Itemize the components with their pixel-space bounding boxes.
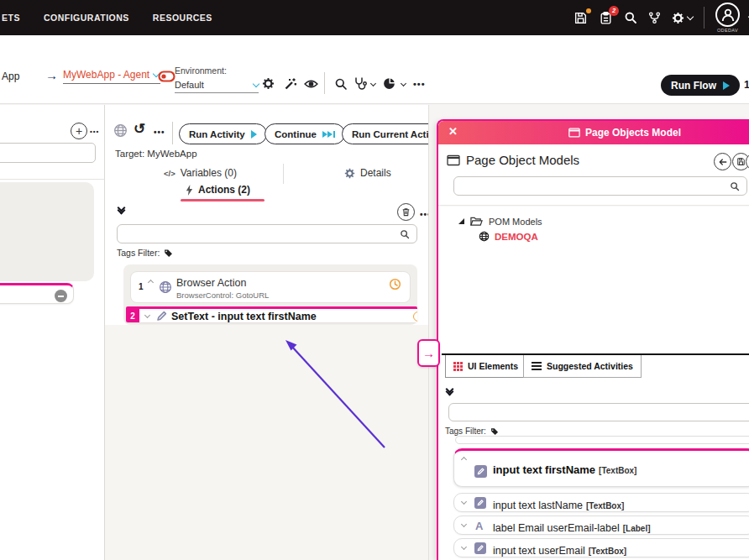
topbar-divider [704,7,704,29]
back-button[interactable] [714,153,731,170]
action-row-browser-action[interactable]: 1 Browser Action BrowserControl: GotoURL [130,271,411,303]
tab-divider [283,164,284,184]
action-row-settext-selected[interactable]: 2 SetText - input text firstName [126,306,417,322]
environment-select[interactable]: Default [175,80,259,93]
gear-icon [344,168,355,179]
element-row-email-label[interactable]: A label Email userEmail-label[Label] [453,516,749,535]
selected-flow-item[interactable] [0,283,74,304]
diagnostics-chevron-icon [370,81,376,86]
continue-button[interactable]: Continue [265,123,345,144]
tags-filter[interactable]: Tags Filter: [117,248,173,258]
diagnostics-icon[interactable] [354,76,367,90]
chevron-up-icon[interactable] [461,457,467,463]
tasks-icon[interactable]: 2 [599,11,613,25]
window-icon [568,128,580,138]
flow-canvas [105,325,429,560]
avatar [715,3,740,27]
element-row-partial[interactable] [455,436,749,444]
tab-details[interactable]: Details [344,167,391,179]
clock-icon [413,311,417,322]
code-icon: </> [164,169,175,178]
gear-icon[interactable] [262,77,275,90]
delete-button[interactable] [397,203,415,221]
add-button[interactable]: + [71,123,87,139]
caret-expanded-icon[interactable] [458,218,464,224]
element-row-useremail[interactable]: input text userEmail[TextBox] [453,538,749,557]
pom-titlebar[interactable]: ✕ Page Objects Model [438,121,749,144]
page-objects-model-window: ✕ Page Objects Model Page Object Models [437,119,749,560]
activity-more-icon[interactable]: ••• [154,128,165,137]
flow-group [0,182,94,281]
element-row-lastname[interactable]: input text lastName[TextBox] [453,493,749,512]
arrow-right-icon: → [422,346,435,360]
elements-search [448,403,749,421]
actions-list: 1 Browser Action BrowserControl: GotoURL… [123,264,417,325]
tree-node-pom-models[interactable]: POM Models [458,216,542,227]
tab-actions[interactable]: Actions (2) [185,184,250,196]
action-title: SetText - input text firstName [171,311,317,322]
folder-open-icon [470,216,483,227]
pom-window-title: Page Objects Model [568,127,681,139]
tag-icon [490,427,499,436]
chevron-up-icon[interactable] [148,280,154,285]
app-breadcrumb-label: App [2,71,19,82]
save-badge-dot [586,8,591,13]
fast-forward-icon [322,131,335,138]
magic-wand-icon[interactable] [284,77,297,91]
panel-expand-handle[interactable]: → [417,339,440,367]
pom-search-input[interactable] [454,177,730,195]
settings-icon[interactable] [672,12,693,24]
tab-variables[interactable]: </> Variables (0) [164,167,237,179]
eye-icon[interactable] [304,79,318,89]
textbox-icon [474,497,486,509]
run-flow-button[interactable]: Run Flow [661,75,740,96]
nav-item-ets[interactable]: ETS [2,13,20,23]
tab-ui-elements[interactable]: UI Elements [445,355,526,378]
toolbar-more-icon[interactable]: ••• [413,79,426,89]
pie-chevron-icon [401,81,406,86]
chevron-down-icon[interactable] [461,499,467,505]
pie-chart-icon[interactable] [383,77,395,90]
globe-icon [113,123,128,138]
undo-icon[interactable]: ↺ [134,120,145,138]
nav-item-configurations[interactable]: CONFIGURATIONS [44,13,129,23]
actions-more-icon[interactable]: ••• [420,210,429,219]
flow-search [0,143,96,163]
branch-icon[interactable] [648,11,661,24]
nav-item-resources[interactable]: RESOURCES [153,13,212,23]
close-icon[interactable]: ✕ [448,126,458,137]
active-tab-underline [181,199,265,201]
chevron-down-icon[interactable] [144,312,150,318]
collapse-all-icon[interactable] [118,205,124,213]
collapse-all-icon[interactable] [447,386,453,395]
left-panel-more-icon[interactable]: ••• [90,128,99,135]
activity-panel: ↺ ••• Run Activity Continue Run Current … [105,105,429,560]
search-icon[interactable] [624,11,637,24]
textbox-icon [474,465,487,478]
toolbar-divider [324,72,325,94]
chevron-down-icon[interactable] [461,521,467,527]
user-menu[interactable]: ODEDAV [715,3,740,33]
tree-node-demoqa[interactable]: DEMOQA [479,231,538,242]
agent-select[interactable]: MyWebApp - Agent [63,69,160,84]
pom-divider [438,205,749,206]
chevron-down-icon[interactable] [461,544,467,550]
save-icon[interactable] [574,11,588,25]
run-activity-button[interactable]: Run Activity [179,123,267,144]
pencil-icon [156,311,167,322]
flow-toolbar: App → MyWebApp - Agent Environment: Defa… [0,35,749,104]
element-row-firstname[interactable]: input text firstName[TextBox] [453,448,749,487]
actions-search-input[interactable] [118,225,400,243]
record-toggle-icon[interactable] [158,71,175,82]
tags-filter[interactable]: Tags Filter: [445,427,499,436]
globe-icon [159,280,172,294]
grid-icon [453,362,463,371]
find-icon[interactable] [334,77,348,91]
target-label: Target: MyWebApp [115,149,197,159]
top-nav: ETS CONFIGURATIONS RESOURCES [2,13,212,23]
run-current-action-button[interactable]: Run Current Action [342,123,429,144]
flow-search-input[interactable] [0,144,105,162]
remove-icon[interactable] [55,290,67,302]
elements-search-input[interactable] [449,404,749,421]
tab-suggested-activities[interactable]: Suggested Activities [523,355,642,378]
